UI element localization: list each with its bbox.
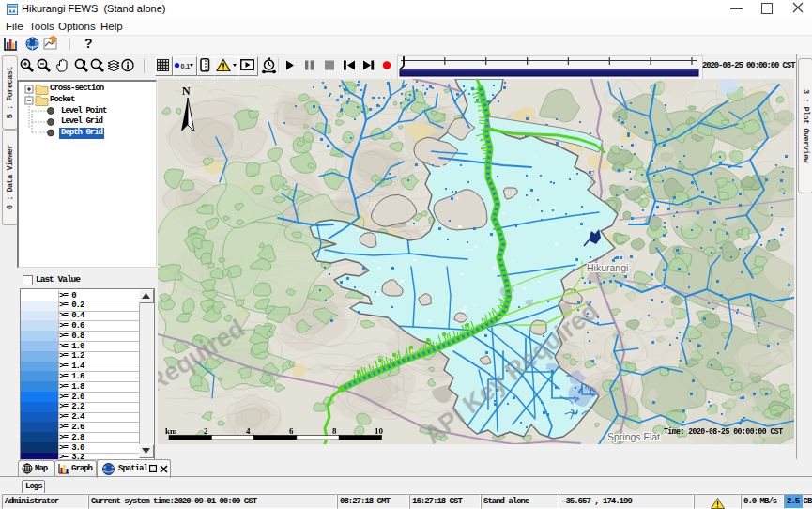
svg-text:Hikurangi: Hikurangi [587, 262, 628, 273]
svg-text:0.1: 0.1 [181, 63, 191, 69]
svg-text:8: 8 [332, 426, 337, 436]
svg-text:10: 10 [375, 426, 384, 436]
svg-text:km: km [165, 426, 177, 436]
svg-text:4: 4 [246, 426, 251, 436]
svg-text:SH1: SH1 [588, 169, 596, 184]
svg-text:6: 6 [289, 426, 294, 436]
svg-text:N: N [182, 85, 191, 98]
svg-text:2: 2 [204, 426, 208, 436]
svg-text:Time: 2020-08-25 00:00:00 CST: Time: 2020-08-25 00:00:00 CST [664, 427, 783, 436]
svg-text:Springs Flat: Springs Flat [607, 431, 660, 442]
